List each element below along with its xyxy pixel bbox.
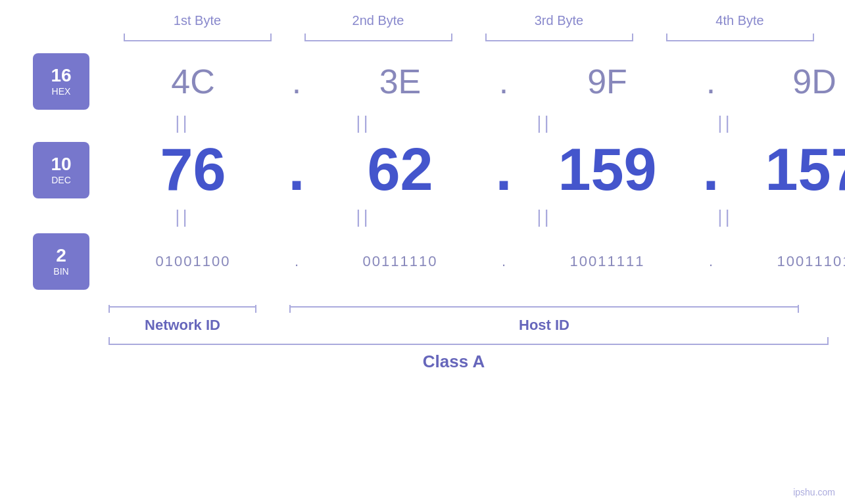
dec-byte3: 159 — [517, 136, 698, 204]
hex-values: 4C . 3E . 9F . 9D — [103, 62, 845, 101]
dec-byte1: 76 — [103, 136, 283, 204]
bin-byte3: 10011111 — [517, 253, 698, 270]
top-brackets — [0, 34, 845, 47]
network-bracket — [92, 300, 273, 313]
hex-badge: 16 HEX — [33, 53, 89, 110]
parallel-lines-1: || || || || — [0, 110, 845, 136]
class-bracket-line — [109, 344, 829, 345]
parallel-lines-2: || || || || — [0, 204, 845, 230]
dec-byte4: 157 — [724, 136, 845, 204]
bracket-top-1 — [107, 34, 288, 47]
dec-byte2: 62 — [310, 136, 491, 204]
dec-badge: 10 DEC — [33, 142, 89, 198]
hex-byte3: 9F — [517, 62, 698, 101]
bin-dot2: . — [491, 253, 517, 270]
hex-badge-label: HEX — [52, 86, 71, 97]
bracket-top-4 — [650, 34, 831, 47]
bin-values: 01001100 . 00111110 . 10011111 . 1001110… — [103, 253, 845, 270]
bin-badge-number: 2 — [56, 246, 66, 265]
bracket-top-2 — [288, 34, 469, 47]
byte1-header: 1st Byte — [107, 13, 288, 28]
bin-byte4: 10011101 — [724, 253, 845, 270]
bin-badge-label: BIN — [53, 266, 68, 277]
hex-dot2: . — [491, 62, 517, 101]
dec-values: 76 . 62 . 159 . 157 — [103, 136, 845, 204]
bin-row: 2 BIN 01001100 . 00111110 . 10011111 . 1… — [0, 233, 845, 290]
dec-badge-label: DEC — [51, 175, 71, 185]
bin-dot1: . — [283, 253, 310, 270]
main-container: 1st Byte 2nd Byte 3rd Byte 4th Byte 16 H… — [0, 0, 845, 504]
dec-dot1: . — [283, 136, 310, 204]
class-row: Class A — [0, 344, 845, 372]
hex-badge-number: 16 — [51, 66, 71, 85]
byte2-header: 2nd Byte — [288, 13, 469, 28]
bottom-brackets — [0, 300, 845, 313]
dec-dot3: . — [698, 136, 724, 204]
dec-dot2: . — [491, 136, 517, 204]
host-bracket — [273, 300, 815, 313]
hex-dot1: . — [283, 62, 310, 101]
bin-dot3: . — [698, 253, 724, 270]
hex-byte1: 4C — [103, 62, 283, 101]
byte3-header: 3rd Byte — [469, 13, 650, 28]
network-id-label: Network ID — [92, 317, 273, 334]
hex-byte4: 9D — [724, 62, 845, 101]
class-label: Class A — [92, 352, 815, 372]
byte-headers: 1st Byte 2nd Byte 3rd Byte 4th Byte — [0, 13, 845, 28]
hex-row: 16 HEX 4C . 3E . 9F . 9D — [0, 53, 845, 110]
byte4-header: 4th Byte — [650, 13, 831, 28]
bracket-top-3 — [469, 34, 650, 47]
bin-badge: 2 BIN — [33, 233, 89, 290]
dec-badge-number: 10 — [51, 155, 71, 173]
bin-byte1: 01001100 — [103, 253, 283, 270]
labels-row: Network ID Host ID — [0, 317, 845, 334]
hex-dot3: . — [698, 62, 724, 101]
hex-byte2: 3E — [310, 62, 491, 101]
bin-byte2: 00111110 — [310, 253, 491, 270]
host-id-label: Host ID — [273, 317, 815, 334]
watermark: ipshu.com — [793, 487, 835, 497]
dec-row: 10 DEC 76 . 62 . 159 . 157 — [0, 136, 845, 204]
